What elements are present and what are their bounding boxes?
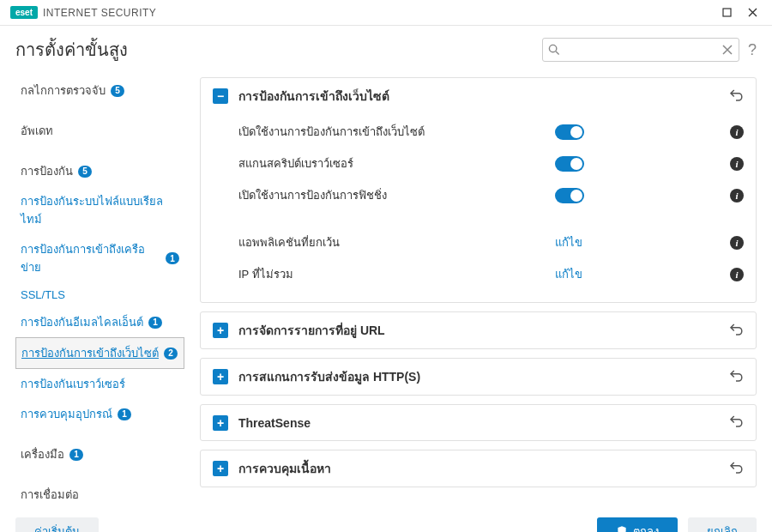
expand-icon[interactable]: + <box>213 369 228 384</box>
sidebar-item-label: การควบคุมอุปกรณ์ <box>21 405 112 423</box>
sidebar-item-label: อัพเดท <box>21 122 53 140</box>
product-name: INTERNET SECURITY <box>43 7 156 19</box>
info-icon[interactable]: i <box>730 236 744 250</box>
setting-row: เปิดใช้งานการป้องกันการเข้าถึงเว็บไซต์i <box>238 116 744 148</box>
panel-header[interactable]: +การควบคุมเนื้อหา <box>201 450 756 487</box>
help-button[interactable]: ? <box>748 41 757 59</box>
titlebar: eset INTERNET SECURITY <box>0 0 772 26</box>
setting-label: เปิดใช้งานการป้องกันการเข้าถึงเว็บไซต์ <box>238 123 555 141</box>
window-maximize-button[interactable] <box>714 3 739 23</box>
sidebar-item[interactable]: การป้องกันการเข้าถึงเว็บไซต์2 <box>15 337 184 369</box>
count-badge: 1 <box>69 449 83 461</box>
panel-header[interactable]: +ThreatSense <box>201 405 756 440</box>
toggle-switch[interactable] <box>555 188 584 203</box>
sidebar-item[interactable]: การป้องกัน5 <box>15 156 184 186</box>
expand-icon[interactable]: + <box>213 415 228 431</box>
clear-search-icon[interactable] <box>721 44 733 56</box>
setting-row: แอพพลิเคชันที่ยกเว้นแก้ไขi <box>238 227 744 258</box>
sidebar-item[interactable]: เครื่องมือ1 <box>15 439 184 469</box>
panel-title: ThreatSense <box>238 416 728 430</box>
search-input[interactable] <box>565 44 716 57</box>
panel-header[interactable]: +การจัดการรายการที่อยู่ URL <box>201 312 756 348</box>
sidebar: กลไกการตรวจจับ5อัพเดทการป้องกัน5การป้องก… <box>0 72 184 510</box>
expand-icon[interactable]: + <box>213 461 228 476</box>
sidebar-item-label: การป้องกันการเข้าถึงเว็บไซต์ <box>21 344 159 362</box>
expand-icon[interactable]: + <box>213 323 228 338</box>
window-close-button[interactable] <box>739 3 765 23</box>
sidebar-item-label: การเชื่อมต่อ <box>21 486 79 504</box>
panel-header[interactable]: − การป้องกันการเข้าถึงเว็บไซต์ <box>201 78 756 114</box>
sidebar-item-label: การป้องกันเบราว์เซอร์ <box>21 375 125 393</box>
sidebar-item-label: เครื่องมือ <box>21 445 64 463</box>
default-button[interactable]: ค่าเริ่มต้น <box>15 517 99 532</box>
search-box[interactable] <box>542 38 739 62</box>
edit-link[interactable]: แก้ไข <box>555 265 584 283</box>
page-title: การตั้งค่าขั้นสูง <box>15 36 128 63</box>
edit-link[interactable]: แก้ไข <box>555 233 584 251</box>
count-badge: 5 <box>78 166 92 178</box>
setting-label: สแกนสคริปต์เบราว์เซอร์ <box>238 154 555 172</box>
sidebar-item[interactable]: การป้องกันการเข้าถึงเครือข่าย1 <box>15 234 184 282</box>
setting-row: สแกนสคริปต์เบราว์เซอร์i <box>238 148 744 179</box>
setting-label: IP ที่ไม่รวม <box>238 265 555 283</box>
panel-web-access-protection: − การป้องกันการเข้าถึงเว็บไซต์ เปิดใช้งา… <box>200 77 757 303</box>
undo-button[interactable] <box>728 88 744 106</box>
sidebar-item[interactable]: การเชื่อมต่อ <box>15 480 184 510</box>
collapsed-panel: +การสแกนการรับส่งข้อมูล HTTP(S) <box>200 358 757 396</box>
sidebar-item[interactable]: การป้องกันอีเมลไคลเอ็นต์1 <box>15 307 184 337</box>
collapsed-panel: +การจัดการรายการที่อยู่ URL <box>200 311 757 349</box>
sidebar-item[interactable]: อัพเดท <box>15 116 184 146</box>
panel-title: การควบคุมเนื้อหา <box>238 459 728 478</box>
collapsed-panel: +การควบคุมเนื้อหา <box>200 450 757 487</box>
sidebar-item-label: การป้องกันอีเมลไคลเอ็นต์ <box>21 313 143 331</box>
undo-button[interactable] <box>728 368 744 386</box>
count-badge: 1 <box>118 408 131 420</box>
header: การตั้งค่าขั้นสูง ? <box>0 26 772 72</box>
panel-title: การป้องกันการเข้าถึงเว็บไซต์ <box>238 87 728 106</box>
setting-label: แอพพลิเคชันที่ยกเว้น <box>238 233 555 251</box>
content-area: − การป้องกันการเข้าถึงเว็บไซต์ เปิดใช้งา… <box>184 72 772 510</box>
panel-title: การสแกนการรับส่งข้อมูล HTTP(S) <box>238 367 728 386</box>
sidebar-item-label: กลไกการตรวจจับ <box>21 82 106 100</box>
toggle-switch[interactable] <box>555 156 584 172</box>
footer: ค่าเริ่มต้น ตกลง ยกเลิก <box>0 510 772 532</box>
count-badge: 2 <box>164 348 178 360</box>
info-icon[interactable]: i <box>730 157 744 171</box>
count-badge: 1 <box>166 252 179 264</box>
search-icon <box>548 44 560 56</box>
collapse-icon[interactable]: − <box>213 88 228 104</box>
sidebar-item[interactable]: การป้องกันระบบไฟล์แบบเรียลไทม์ <box>15 186 184 234</box>
sidebar-item[interactable]: การควบคุมอุปกรณ์1 <box>15 399 184 429</box>
sidebar-item-label: การป้องกัน <box>21 162 73 180</box>
info-icon[interactable]: i <box>730 125 744 139</box>
toggle-switch[interactable] <box>555 124 584 140</box>
sidebar-item[interactable]: กลไกการตรวจจับ5 <box>15 76 184 106</box>
shield-icon <box>616 525 628 532</box>
info-icon[interactable]: i <box>730 189 744 203</box>
panel-title: การจัดการรายการที่อยู่ URL <box>238 321 728 340</box>
svg-rect-0 <box>723 9 731 16</box>
cancel-button[interactable]: ยกเลิก <box>688 517 757 532</box>
sidebar-item-label: การป้องกันการเข้าถึงเครือข่าย <box>21 240 160 276</box>
setting-label: เปิดใช้งานการป้องกันการฟิชชิ่ง <box>238 186 555 204</box>
setting-row: เปิดใช้งานการป้องกันการฟิชชิ่งi <box>238 179 744 211</box>
svg-point-1 <box>549 45 556 51</box>
brand-logo: eset <box>10 6 38 19</box>
sidebar-item-label: การป้องกันระบบไฟล์แบบเรียลไทม์ <box>21 192 179 228</box>
panel-header[interactable]: +การสแกนการรับส่งข้อมูล HTTP(S) <box>201 359 756 395</box>
undo-button[interactable] <box>728 460 744 478</box>
sidebar-item[interactable]: การป้องกันเบราว์เซอร์ <box>15 369 184 399</box>
count-badge: 1 <box>148 317 162 329</box>
info-icon[interactable]: i <box>730 268 744 281</box>
undo-button[interactable] <box>728 414 744 432</box>
sidebar-item-label: SSL/TLS <box>21 288 65 301</box>
collapsed-panel: +ThreatSense <box>200 404 757 441</box>
setting-row: IP ที่ไม่รวมแก้ไขi <box>238 258 744 290</box>
count-badge: 5 <box>111 85 124 97</box>
undo-button[interactable] <box>728 322 744 340</box>
ok-button[interactable]: ตกลง <box>597 517 678 532</box>
sidebar-item[interactable]: SSL/TLS <box>15 282 184 307</box>
